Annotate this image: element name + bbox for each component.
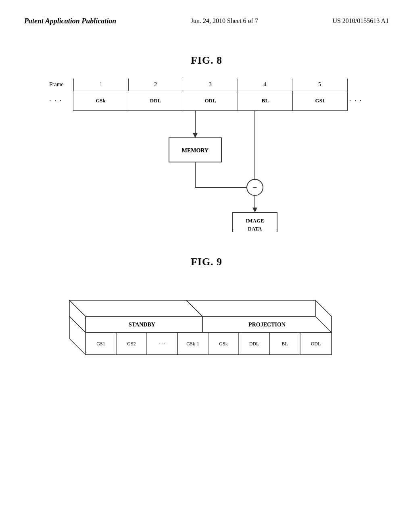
frame-label: Frame xyxy=(49,81,73,88)
svg-text:GSk: GSk xyxy=(219,341,227,347)
frame-num-4: 4 xyxy=(238,79,292,91)
signal-cells: GSk DDL ODL BL GS1 xyxy=(73,91,348,111)
figures-container: FIG. 8 Frame 1 2 3 4 5 · · · GSk D xyxy=(0,34,413,381)
fig8-title: FIG. 8 xyxy=(24,54,389,66)
svg-text:GS2: GS2 xyxy=(127,341,136,347)
svg-text:−: − xyxy=(252,183,257,192)
frame-num-1: 1 xyxy=(73,79,128,91)
fig9-title: FIG. 9 xyxy=(24,256,389,268)
svg-text:GSk-1: GSk-1 xyxy=(186,341,199,347)
publication-title: Patent Application Publication xyxy=(24,16,116,26)
page-header: Patent Application Publication Jun. 24, … xyxy=(0,0,413,34)
svg-text:IMAGE: IMAGE xyxy=(246,218,264,224)
signal-row: · · · GSk DDL ODL BL GS1 · · · xyxy=(49,91,364,111)
frame-row: Frame 1 2 3 4 5 xyxy=(49,79,364,91)
fig8-diagram: MEMORY − IMAGE DATA xyxy=(49,111,364,232)
signal-ddl: DDL xyxy=(128,91,183,111)
signal-gs1: GS1 xyxy=(292,91,348,111)
publication-date-sheet: Jun. 24, 2010 Sheet 6 of 7 xyxy=(191,16,258,26)
frame-numbers: 1 2 3 4 5 xyxy=(73,79,364,91)
svg-text:DDL: DDL xyxy=(249,341,259,347)
fig9-section: FIG. 9 xyxy=(24,256,389,373)
svg-text:GS1: GS1 xyxy=(96,341,105,347)
dots-left: · · · xyxy=(49,97,73,105)
svg-text:PROJECTION: PROJECTION xyxy=(248,322,286,328)
frame-num-2: 2 xyxy=(128,79,183,91)
svg-line-42 xyxy=(69,339,86,355)
fig8-timeline: Frame 1 2 3 4 5 · · · GSk DDL ODL BL xyxy=(49,79,364,111)
fig8-section: FIG. 8 Frame 1 2 3 4 5 · · · GSk D xyxy=(24,54,389,232)
patent-number: US 2010/0155613 A1 xyxy=(332,16,389,26)
svg-text:STANDBY: STANDBY xyxy=(129,322,155,328)
frame-num-3: 3 xyxy=(183,79,238,91)
svg-text:DATA: DATA xyxy=(248,226,263,232)
svg-marker-12 xyxy=(252,208,257,212)
svg-text:· · ·: · · · xyxy=(159,341,165,347)
frame-num-5: 5 xyxy=(292,79,347,91)
svg-marker-20 xyxy=(186,300,332,316)
svg-marker-17 xyxy=(69,300,202,316)
signal-bl: BL xyxy=(238,91,293,111)
dots-right: · · · xyxy=(348,97,364,105)
signal-odl: ODL xyxy=(183,91,238,111)
svg-marker-1 xyxy=(193,133,198,138)
fig9-svg: STANDBY PROJECTION GS1 GS2 · · · GSk- xyxy=(65,280,348,373)
signal-gsk: GSk xyxy=(73,91,128,111)
svg-rect-25 xyxy=(86,332,332,355)
svg-text:BL: BL xyxy=(282,341,288,347)
fig8-svg: MEMORY − IMAGE DATA xyxy=(49,111,364,232)
svg-text:ODL: ODL xyxy=(311,341,321,347)
svg-text:MEMORY: MEMORY xyxy=(182,148,209,154)
